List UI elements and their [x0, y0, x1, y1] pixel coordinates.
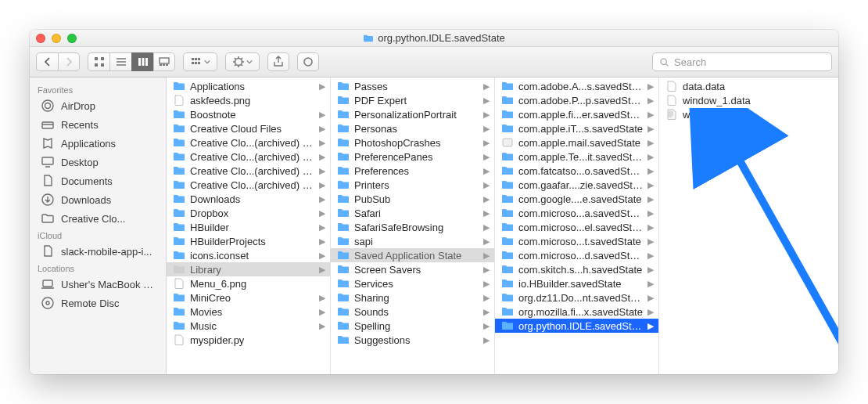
file-row[interactable]: window_1.data [659, 93, 816, 107]
file-row[interactable]: com.fatcatso...o.savedState▶ [495, 164, 658, 178]
arrange-button[interactable] [183, 52, 217, 71]
folder-icon [173, 81, 185, 92]
gallery-view-button[interactable] [153, 52, 175, 71]
file-row[interactable]: myspider.py [167, 333, 330, 347]
column[interactable]: data.datawindow_1.datawindows.plist [659, 78, 816, 374]
file-row[interactable]: com.apple.Te...it.savedState▶ [495, 150, 658, 164]
file-row[interactable]: HBuilderProjects▶ [167, 234, 330, 248]
file-row[interactable]: Saved Application State▶ [331, 248, 494, 262]
file-row[interactable]: com.skitch.s...h.savedState▶ [495, 262, 658, 276]
tags-button[interactable] [297, 52, 319, 71]
file-row[interactable]: Suggestions▶ [331, 333, 494, 347]
file-row[interactable]: Music▶ [167, 319, 330, 333]
file-row[interactable]: Passes▶ [331, 79, 494, 93]
forward-button[interactable] [58, 52, 80, 71]
file-row[interactable]: sapi▶ [331, 234, 494, 248]
file-row[interactable]: Screen Savers▶ [331, 262, 494, 276]
column[interactable]: com.adobe.A...s.savedState▶com.adobe.P..… [495, 78, 659, 374]
column[interactable]: Applications▶askfeeds.pngBoostnote▶Creat… [167, 78, 331, 374]
file-row[interactable]: Personas▶ [331, 121, 494, 135]
file-row[interactable]: org.dz11.Do...nt.savedState▶ [495, 290, 658, 305]
svg-point-26 [235, 59, 242, 66]
column[interactable]: Passes▶PDF Expert▶PersonalizationPortrai… [331, 78, 495, 374]
file-icon [665, 81, 678, 92]
file-row[interactable]: org.python.IDLE.savedState▶ [495, 319, 658, 333]
file-row[interactable]: com.apple.mail.savedState▶ [495, 135, 658, 150]
file-row[interactable]: Movies▶ [167, 305, 330, 319]
sidebar-item[interactable]: Usher's MacBook Pro [30, 275, 166, 294]
sidebar-item[interactable]: AirDrop [30, 96, 166, 115]
file-row[interactable]: Dropbox▶ [167, 206, 330, 220]
sidebar-item[interactable]: Creative Clo... [30, 209, 166, 228]
file-row[interactable]: com.microso...t.savedState▶ [495, 234, 658, 248]
sidebar-item[interactable]: Applications [30, 134, 166, 153]
file-row[interactable]: windows.plist [659, 107, 816, 121]
file-row[interactable]: Creative Clo...(archived) (1)▶ [167, 135, 330, 150]
file-row[interactable]: Creative Clo...(archived) (4)▶ [167, 178, 330, 192]
icon-view-button[interactable] [88, 52, 109, 71]
zoom-button[interactable] [67, 34, 77, 43]
minimize-button[interactable] [52, 34, 61, 43]
sidebar-item[interactable]: Recents [30, 115, 166, 134]
file-row[interactable]: Creative Cloud Files▶ [167, 121, 330, 135]
back-button[interactable] [36, 52, 58, 71]
file-row[interactable]: PhotoshopCrashes▶ [331, 135, 494, 150]
file-row[interactable]: com.apple.fi...er.savedState▶ [495, 107, 658, 121]
folder-icon [173, 222, 185, 233]
file-row[interactable]: PreferencePanes▶ [331, 150, 494, 164]
file-row[interactable]: com.apple.iT...s.savedState▶ [495, 121, 658, 135]
sidebar-item[interactable]: Downloads [30, 190, 166, 209]
sidebar-item[interactable]: Documents [30, 171, 166, 190]
file-row[interactable]: Printers▶ [331, 178, 494, 192]
disclosure-arrow-icon: ▶ [647, 124, 654, 134]
file-row[interactable]: Safari▶ [331, 206, 494, 220]
sidebar-item[interactable]: slack-mobile-app-i... [30, 242, 166, 261]
column-view-button[interactable] [131, 52, 153, 71]
file-row[interactable]: Sharing▶ [331, 290, 494, 305]
sidebar-item[interactable]: Remote Disc [30, 294, 166, 312]
file-row[interactable]: Creative Clo...(archived) (2)▶ [167, 150, 330, 164]
file-row[interactable]: PersonalizationPortrait▶ [331, 107, 494, 121]
file-row[interactable]: Applications▶ [167, 79, 330, 93]
file-row[interactable]: HBuilder▶ [167, 220, 330, 234]
search-input[interactable] [674, 56, 825, 68]
file-row[interactable]: org.mozilla.fi...x.savedState▶ [495, 305, 658, 319]
file-row[interactable]: com.microso...d.savedState▶ [495, 248, 658, 262]
folder-icon [337, 123, 350, 134]
file-row[interactable]: io.HBuilder.savedState▶ [495, 276, 658, 290]
folder-icon [501, 250, 514, 261]
file-row[interactable]: Sounds▶ [331, 305, 494, 319]
file-row[interactable]: com.gaafar....zie.savedState▶ [495, 178, 658, 192]
file-row[interactable]: com.microso...a.savedState▶ [495, 206, 658, 220]
sidebar[interactable]: FavoritesAirDropRecentsApplicationsDeskt… [30, 78, 167, 374]
action-button[interactable] [225, 52, 260, 71]
file-row[interactable]: com.adobe.P...p.savedState▶ [495, 93, 658, 107]
file-row[interactable]: Spelling▶ [331, 319, 494, 333]
file-row[interactable]: askfeeds.png [167, 93, 330, 107]
close-button[interactable] [36, 34, 45, 43]
file-row[interactable]: MiniCreo▶ [167, 290, 330, 305]
share-button[interactable] [267, 52, 289, 71]
file-name: Boostnote [190, 109, 314, 121]
file-row[interactable]: PDF Expert▶ [331, 93, 494, 107]
file-row[interactable]: data.data [659, 79, 816, 93]
list-view-button[interactable] [109, 52, 131, 71]
sidebar-item[interactable]: Desktop [30, 153, 166, 171]
file-row[interactable]: Downloads▶ [167, 192, 330, 206]
disclosure-arrow-icon: ▶ [483, 293, 490, 303]
file-row[interactable]: SafariSafeBrowsing▶ [331, 220, 494, 234]
file-row[interactable]: Creative Clo...(archived) (3)▶ [167, 164, 330, 178]
disclosure-arrow-icon: ▶ [483, 81, 490, 92]
file-row[interactable]: PubSub▶ [331, 192, 494, 206]
file-row[interactable]: Boostnote▶ [167, 107, 330, 121]
sidebar-item-label: Remote Disc [61, 298, 119, 309]
file-row[interactable]: icons.iconset▶ [167, 248, 330, 262]
file-row[interactable]: Services▶ [331, 276, 494, 290]
file-row[interactable]: Preferences▶ [331, 164, 494, 178]
file-row[interactable]: Menu_6.png [167, 276, 330, 290]
search-field[interactable] [652, 52, 832, 71]
file-row[interactable]: Library▶ [167, 262, 330, 276]
file-row[interactable]: com.microso...el.savedState▶ [495, 220, 658, 234]
file-row[interactable]: com.google....e.savedState▶ [495, 192, 658, 206]
file-row[interactable]: com.adobe.A...s.savedState▶ [495, 79, 658, 93]
